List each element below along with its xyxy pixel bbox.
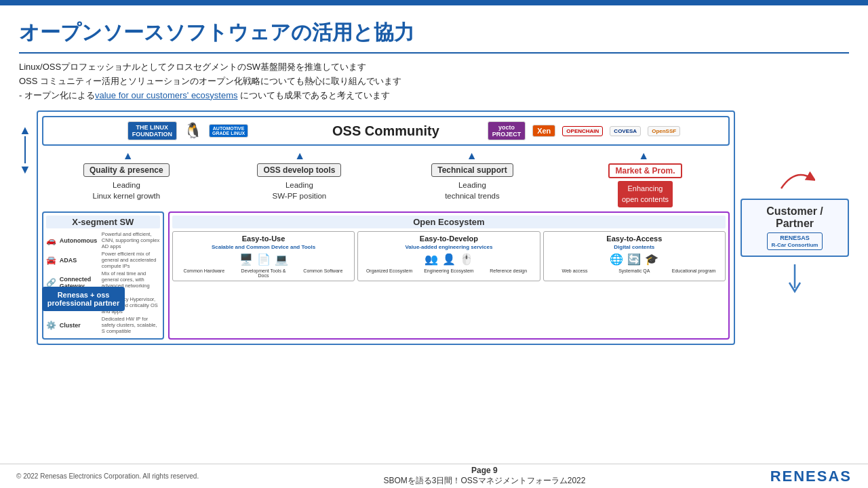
pillar-market-label: Market & Prom. xyxy=(608,163,682,178)
linux-foundation-logo: THE LINUXFOUNDATION xyxy=(127,121,177,140)
autonomous-icon: 🚗 xyxy=(46,236,57,245)
slide-title: オープンソースソフトウェアの活用と協力 xyxy=(19,19,849,47)
oss-community-title: OSS Community xyxy=(332,123,439,139)
pillar-arrow-2: ▲ xyxy=(294,150,305,162)
subtitle-link[interactable]: value for our customers' ecosystems xyxy=(95,90,238,100)
diagram-row: ▲ ▼ Renesas + ossprofessional partner TH… xyxy=(19,110,849,345)
rcar-text: R-Car Consortium xyxy=(772,242,818,248)
autonomous-desc: Powerful and efficient, CNN, supporting … xyxy=(102,231,160,249)
subtitle-line3: - オープン化によるvalue for our customers' ecosy… xyxy=(19,89,849,103)
cluster-icon: ⚙️ xyxy=(46,321,57,330)
title-underline xyxy=(19,52,849,54)
copyright: © 2022 Renesas Electronics Corporation. … xyxy=(16,472,199,480)
autonomous-name: Autonomous xyxy=(60,237,99,244)
top-bar xyxy=(0,0,868,5)
pillar-market: Market & Prom. Enhancing open contents xyxy=(561,163,730,207)
open-ecosystem-box: Open Ecosystem Easy-to-Use Scalable and … xyxy=(168,211,730,340)
pillar-arrow-3: ▲ xyxy=(467,150,477,162)
footer-center: Page 9 SBOMを語る3日間！OSSマネジメントフォーラム2022 xyxy=(383,466,585,487)
covesa-logo: COVESA xyxy=(610,126,641,136)
software-icon: 💻 xyxy=(275,253,288,266)
oss-logos-right: yoctoPROJECT Xen OPENCHAIN COVESA OpenSS… xyxy=(446,121,722,140)
subtitle-line1: Linux/OSSプロフェッショナルとしてクロスセグメントのSW基盤開発を推進し… xyxy=(19,60,849,75)
segment-adas: 🚘 ADAS Power efficient mix of general an… xyxy=(46,251,160,269)
agl-logo: AUTOMOTIVEGRADE LINUX xyxy=(209,124,248,138)
pillar-quality-label: Quality & presence xyxy=(83,163,170,177)
pillar-arrow-1: ▲ xyxy=(123,150,134,162)
cluster-name: Cluster xyxy=(60,322,99,329)
right-section: Customer /Partner RENESAS R-Car Consorti… xyxy=(741,110,849,298)
easy-to-develop-icons: 👥 👤 🖱️ xyxy=(361,253,536,266)
pillar-develop-label: OSS develop tools xyxy=(257,163,341,177)
arrow-down-icon: ▼ xyxy=(19,163,31,176)
tools-icon: 📄 xyxy=(257,253,271,266)
openchain-logo: OPENCHAIN xyxy=(562,126,603,136)
open-ecosystem-title: Open Ecosystem xyxy=(172,216,726,228)
xen-logo: Xen xyxy=(532,125,555,137)
tux-icon: 🐧 xyxy=(184,122,202,140)
hardware-icon: 🖥️ xyxy=(239,253,253,266)
subtitle-text: Linux/OSSプロフェッショナルとしてクロスセグメントのSW基盤開発を推進し… xyxy=(19,60,849,102)
easy-to-develop-title: Easy-to-Develop xyxy=(361,235,536,243)
easy-to-access-icons: 🌐 🔄 🎓 xyxy=(547,253,722,266)
rcar-logo: RENESAS R-Car Consortium xyxy=(767,232,823,250)
edu-icon: 🎓 xyxy=(645,253,658,266)
subtitle-line2: OSS コミュニティー活用とソリューションのオープン化戦略についても熱心に取り組… xyxy=(19,75,849,89)
label-edu: Educational program xyxy=(665,268,722,273)
easy-to-develop-labels: Organized Ecosystem Engineering Ecosyste… xyxy=(361,268,536,273)
easy-to-use-labels: Common Hardware Development Tools & Docs… xyxy=(176,268,351,278)
yocto-logo: yoctoPROJECT xyxy=(488,121,526,140)
top-arrows-row: ▲ ▲ ▲ ▲ xyxy=(42,150,730,162)
connected-icon: 🔗 xyxy=(46,278,57,287)
customer-title: Customer /Partner xyxy=(747,205,842,230)
renesas-oss-box: Renesas + ossprofessional partner xyxy=(42,287,125,311)
easy-to-use-col: Easy-to-Use Scalable and Common Device a… xyxy=(172,231,355,281)
pillar-technical-label: Technical support xyxy=(431,163,513,177)
pillar-quality-content: Leading Linux kernel growth xyxy=(92,180,160,201)
label-web: Web access xyxy=(547,268,604,273)
easy-to-access-subtitle: Digital contents xyxy=(547,244,722,250)
pillar-develop: OSS develop tools Leading SW-PF position xyxy=(215,163,384,201)
label-qa: Systematic QA xyxy=(606,268,663,273)
cluster-desc: Dedicated HW IP for safety clusters, sca… xyxy=(102,316,160,334)
pillar-technical: Technical support Leading technical tren… xyxy=(388,163,557,201)
label-organized: Organized Ecosystem xyxy=(361,268,418,273)
engineering-icon: 👤 xyxy=(442,253,456,266)
qa-icon: 🔄 xyxy=(627,253,641,266)
pillar-technical-content: Leading technical trends xyxy=(445,180,500,201)
footer-subtitle: SBOMを語る3日間！OSSマネジメントフォーラム2022 xyxy=(383,475,585,487)
red-curved-arrow-svg xyxy=(774,165,815,192)
easy-to-access-col: Easy-to-Access Digital contents 🌐 🔄 🎓 We… xyxy=(543,231,726,281)
openssf-logo: OpenSSF xyxy=(648,126,680,136)
pillar-market-content: Enhancing open contents xyxy=(618,181,673,207)
main-content-area: Renesas + ossprofessional partner THE LI… xyxy=(37,110,735,345)
adas-icon: 🚘 xyxy=(46,256,57,265)
content-area: オープンソースソフトウェアの活用と協力 Linux/OSSプロフェッショナルとし… xyxy=(0,5,868,345)
adas-desc: Power efficient mix of general and accel… xyxy=(102,251,160,269)
segment-cluster: ⚙️ Cluster Dedicated HW IP for safety cl… xyxy=(46,316,160,334)
blue-arrow-down-area xyxy=(741,261,849,298)
left-arrow-container: ▲ ▼ xyxy=(19,110,31,176)
easy-to-use-subtitle: Scalable and Common Device and Tools xyxy=(176,244,351,250)
blue-down-arrow-svg xyxy=(781,261,808,295)
customer-partner-box: Customer /Partner RENESAS R-Car Consorti… xyxy=(741,199,849,257)
segment-autonomous: 🚗 Autonomous Powerful and efficient, CNN… xyxy=(46,231,160,249)
adas-name: ADAS xyxy=(60,257,99,264)
renesas-oss-label: Renesas + ossprofessional partner xyxy=(47,291,119,307)
web-icon: 🌐 xyxy=(610,253,623,266)
lower-section: X-segment SW 🚗 Autonomous Powerful and e… xyxy=(42,211,730,340)
reference-icon: 🖱️ xyxy=(460,253,473,266)
organized-icon: 👥 xyxy=(425,253,438,266)
label-common-hw: Common Hardware xyxy=(176,268,233,278)
easy-to-use-title: Easy-to-Use xyxy=(176,235,351,243)
renesas-rcar-text: RENESAS xyxy=(780,235,810,241)
easy-to-use-icons: 🖥️ 📄 💻 xyxy=(176,253,351,266)
arrow-up-icon: ▲ xyxy=(19,124,31,136)
oss-community-box: THE LINUXFOUNDATION 🐧 AUTOMOTIVEGRADE LI… xyxy=(42,116,730,146)
label-common-sw: Common Software xyxy=(294,268,351,278)
red-arrow-area xyxy=(741,165,849,195)
footer: © 2022 Renesas Electronics Corporation. … xyxy=(0,464,868,488)
pillars-row: Quality & presence Leading Linux kernel … xyxy=(42,163,730,207)
vert-line xyxy=(24,136,26,163)
page-number: Page 9 xyxy=(383,466,585,475)
